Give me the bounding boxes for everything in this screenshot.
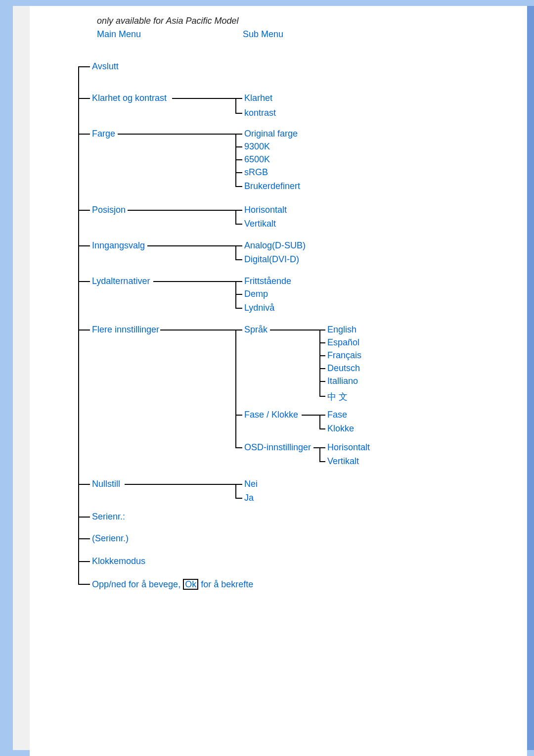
- hint-pre: Opp/ned for å bevege,: [92, 579, 183, 589]
- menu-hint: Opp/ned for å bevege, Ok for å bekrefte: [92, 579, 253, 590]
- menu-inngangsvalg: Inngangsvalg: [92, 240, 145, 251]
- submenu-lydniva: Lydnivå: [244, 303, 274, 313]
- submenu-osd-innstillinger: OSD-innstillinger: [244, 442, 311, 453]
- menu-lydalternativer: Lydalternativer: [92, 276, 150, 286]
- submenu-sprak: Språk: [244, 325, 267, 335]
- document-body: only available for Asia Pacific Model Ma…: [30, 6, 527, 756]
- submenu-6500k: 6500K: [244, 154, 270, 165]
- submenu-fase-klokke: Fase / Klokke: [244, 410, 298, 420]
- main-menu-header: Main Menu: [97, 29, 240, 40]
- sub-klokke: Klokke: [327, 424, 354, 434]
- right-gutter: [527, 6, 534, 750]
- lang-chinese: 中 文: [327, 391, 348, 403]
- submenu-srgb: sRGB: [244, 167, 268, 178]
- submenu-demp: Demp: [244, 289, 268, 299]
- lang-francais: Français: [327, 350, 361, 361]
- menu-farge: Farge: [92, 129, 115, 139]
- submenu-ja: Ja: [244, 493, 254, 503]
- menu-klarhet-og-kontrast: Klarhet og kontrast: [92, 93, 167, 103]
- osd-horisontalt: Horisontalt: [327, 442, 370, 453]
- sub-fase: Fase: [327, 410, 347, 420]
- submenu-nei: Nei: [244, 479, 258, 489]
- left-gutter: [13, 6, 30, 750]
- sub-menu-header: Sub Menu: [243, 29, 283, 40]
- hint-post: for å bekrefte: [198, 579, 253, 589]
- menu-tree: Avslutt Klarhet og kontrast Klarhet kont…: [78, 45, 514, 569]
- submenu-frittstaende: Frittstående: [244, 276, 291, 286]
- lang-deutsch: Deutsch: [327, 363, 360, 374]
- asia-pacific-note: only available for Asia Pacific Model: [97, 16, 514, 26]
- menu-serienr: Serienr.:: [92, 512, 125, 522]
- submenu-pos-vertikalt: Vertikalt: [244, 219, 276, 229]
- submenu-original-farge: Original farge: [244, 129, 298, 139]
- submenu-analog: Analog(D-SUB): [244, 240, 306, 251]
- menu-klokkemodus: Klokkemodus: [92, 556, 145, 567]
- submenu-brukerdefinert: Brukerdefinert: [244, 181, 300, 191]
- submenu-kontrast: kontrast: [244, 108, 276, 118]
- submenu-digital: Digital(DVI-D): [244, 254, 299, 265]
- submenu-klarhet: Klarhet: [244, 93, 272, 103]
- lang-english: English: [327, 325, 356, 335]
- hint-ok-box: Ok: [183, 579, 198, 590]
- lang-espanol: Español: [327, 337, 359, 348]
- menu-avslutt: Avslutt: [92, 61, 119, 72]
- osd-vertikalt: Vertikalt: [327, 456, 359, 467]
- submenu-9300k: 9300K: [244, 142, 270, 152]
- menu-posisjon: Posisjon: [92, 205, 126, 215]
- lang-italliano: Italliano: [327, 376, 358, 386]
- menu-serienr-paren: (Serienr.): [92, 533, 129, 544]
- menu-nullstill: Nullstill: [92, 479, 120, 489]
- menu-flere-innstillinger: Flere innstillinger: [92, 325, 159, 335]
- tree-trunk: [78, 66, 79, 584]
- submenu-pos-horisontalt: Horisontalt: [244, 205, 287, 215]
